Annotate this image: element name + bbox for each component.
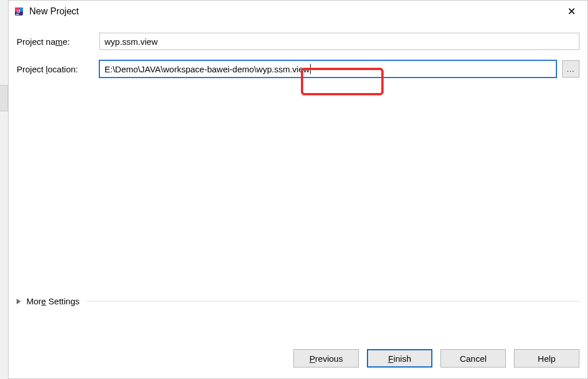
label-text: e: (63, 37, 70, 47)
dialog-body: Project name: Project location: E:\Demo\… (9, 22, 587, 346)
more-settings-expander[interactable]: More Settings (17, 296, 579, 306)
help-button[interactable]: Help (514, 349, 579, 368)
project-name-row: Project name: (17, 33, 579, 50)
label-text: Project (17, 64, 46, 74)
chevron-right-icon (17, 299, 21, 304)
project-location-input[interactable] (99, 60, 556, 78)
separator-line (87, 301, 579, 301)
label-text: Settings (46, 296, 79, 306)
finish-button[interactable]: Finish (367, 349, 432, 368)
project-name-label: Project name: (17, 37, 99, 47)
btn-text: revious (315, 354, 343, 363)
svg-rect-3 (16, 14, 19, 15)
label-text: Project na (17, 37, 56, 47)
project-location-row: Project location: E:\Demo\JAVA\workspace… (17, 60, 579, 78)
label-mnemonic: e (41, 296, 46, 306)
svg-text:IJ: IJ (17, 9, 20, 13)
btn-mnemonic: F (388, 354, 393, 363)
previous-button[interactable]: Previous (293, 349, 359, 368)
label-mnemonic: m (56, 37, 63, 47)
label-text: ocation: (48, 64, 78, 74)
more-settings-label: More Settings (26, 296, 80, 306)
label-text: Mor (26, 296, 41, 306)
btn-text: Help (538, 354, 556, 363)
project-name-input[interactable] (99, 33, 579, 50)
project-location-field-wrap: E:\Demo\JAVA\workspace-bawei-demo\wyp.ss… (99, 60, 556, 78)
titlebar: IJ New Project ✕ (9, 1, 587, 22)
close-icon[interactable]: ✕ (560, 3, 583, 20)
cancel-button[interactable]: Cancel (440, 349, 506, 368)
intellij-icon: IJ (13, 6, 25, 17)
btn-text: inish (393, 354, 411, 363)
browse-label: ... (567, 65, 575, 74)
new-project-dialog: IJ New Project ✕ Project name: Project l… (8, 0, 588, 379)
btn-mnemonic: P (310, 354, 315, 363)
browse-button[interactable]: ... (562, 60, 579, 78)
project-location-label: Project location: (17, 64, 99, 74)
background-window-stub (0, 85, 8, 111)
window-title: New Project (29, 6, 560, 17)
dialog-footer: Previous Finish Cancel Help (9, 346, 587, 378)
btn-text: Cancel (460, 354, 487, 363)
